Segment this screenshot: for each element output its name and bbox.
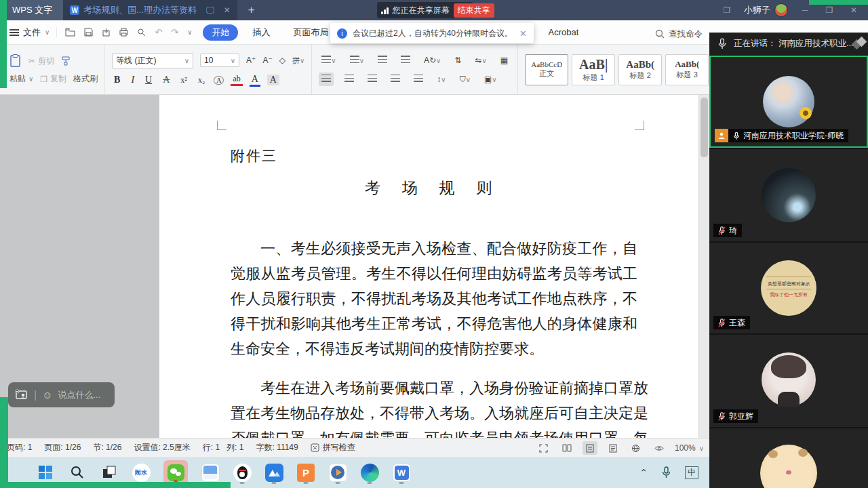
format-painter-icon[interactable] xyxy=(61,56,71,66)
tab-page-layout[interactable]: 页面布局 xyxy=(284,24,337,41)
grow-font-icon[interactable]: A⁺ xyxy=(246,56,256,65)
user-account[interactable]: 小狮子 xyxy=(744,3,788,17)
para-mark-icon[interactable]: ⇋∨ xyxy=(472,54,489,67)
decrease-indent-icon[interactable] xyxy=(375,54,390,67)
status-page[interactable]: 页面: 1/26 xyxy=(44,442,81,453)
share-window-icon[interactable] xyxy=(15,389,28,401)
superscript-button[interactable]: x² xyxy=(178,75,189,85)
find-command[interactable]: 查找命令 xyxy=(655,24,703,43)
italic-button[interactable]: I xyxy=(129,75,136,85)
participant-tile[interactable] xyxy=(709,427,868,488)
text-direction-icon[interactable]: A↻∨ xyxy=(421,54,443,67)
char-shading-button[interactable]: A xyxy=(267,75,279,85)
tab-close-icon[interactable]: ✕ xyxy=(224,5,231,15)
justify-icon[interactable] xyxy=(388,73,403,86)
clear-format-icon[interactable]: ◇ xyxy=(279,56,285,65)
tab-acrobat[interactable]: Acrobat xyxy=(539,25,587,39)
export-icon[interactable] xyxy=(102,28,111,37)
rain-app-button[interactable]: 闹水 xyxy=(131,460,151,485)
start-button[interactable] xyxy=(35,460,56,485)
document-scrollbar[interactable] xyxy=(698,95,709,438)
album-app-button[interactable] xyxy=(200,460,220,485)
save-icon[interactable] xyxy=(84,28,93,37)
paste-button[interactable]: 粘贴∨ xyxy=(9,73,33,85)
participant-tile[interactable]: 琦 xyxy=(709,148,868,241)
wps-app-tab[interactable]: WPS 文字 xyxy=(0,0,63,20)
status-setting[interactable]: 设置值: 2.5厘米 xyxy=(134,442,190,453)
participant-tile[interactable]: 真想慕那些有对象的人 我除了他一无所有 王森 xyxy=(709,241,868,333)
shading-icon[interactable]: ⛉∨ xyxy=(457,73,473,86)
phonetic-guide-icon[interactable]: 拼∨ xyxy=(292,56,304,66)
numbering-icon[interactable]: ∨ xyxy=(347,54,367,67)
chat-placeholder[interactable]: 说点什么... xyxy=(58,389,100,401)
document-page[interactable]: 附件三 考 场 规 则 一、考生必须接受无声入场检查、配合做好防疫工作，自 觉服… xyxy=(159,95,706,438)
zoom-level[interactable]: 100%∨ xyxy=(675,443,704,453)
ime-indicator[interactable]: 中 xyxy=(685,466,698,479)
font-name-select[interactable]: 等线 (正文)∨ xyxy=(112,53,193,68)
meeting-chat-bar[interactable]: | ☺ 说点什么... xyxy=(8,382,115,407)
close-button[interactable]: ✕ xyxy=(846,5,861,15)
p-file-app-button[interactable]: P xyxy=(296,460,316,485)
clipboard-icon[interactable] xyxy=(9,54,22,68)
subscript-button[interactable]: x₂ xyxy=(196,75,207,85)
align-left-icon[interactable] xyxy=(319,73,334,86)
tab-share-icon[interactable]: 🖵 xyxy=(206,5,214,15)
read-mode-icon[interactable] xyxy=(559,441,574,455)
edge-browser-button[interactable] xyxy=(359,460,380,485)
shrink-font-icon[interactable]: A⁻ xyxy=(262,56,272,65)
font-color-button[interactable]: A xyxy=(250,74,260,87)
borders-icon[interactable]: ▣∨ xyxy=(481,73,500,86)
print-icon[interactable] xyxy=(119,28,128,37)
open-icon[interactable] xyxy=(65,28,75,37)
qq-button[interactable] xyxy=(232,460,252,485)
tab-insert[interactable]: 插入 xyxy=(243,24,279,41)
style-heading2[interactable]: AaBb( 标题 2 xyxy=(618,54,662,85)
style-normal[interactable]: AaBbCcD 正文 xyxy=(525,54,568,85)
scrollbar-thumb[interactable] xyxy=(701,98,708,157)
tray-mic-icon[interactable] xyxy=(661,466,671,479)
underline-button[interactable]: U xyxy=(143,75,154,85)
toast-close-icon[interactable]: ✕ xyxy=(519,28,527,39)
file-menu[interactable]: 文件 ∨ xyxy=(0,26,56,39)
preview-icon[interactable] xyxy=(137,28,146,37)
fullscreen-view-icon[interactable] xyxy=(536,441,551,455)
format-painter-button[interactable]: 格式刷 xyxy=(73,73,98,85)
tray-expand-icon[interactable]: ⌃ xyxy=(639,467,648,478)
align-center-icon[interactable] xyxy=(342,73,357,86)
new-tab-button[interactable]: + xyxy=(237,3,266,17)
highlight-color-button[interactable]: ab xyxy=(231,74,242,86)
panel-corner-decoration[interactable] xyxy=(853,38,865,50)
eye-protect-icon[interactable] xyxy=(652,441,667,455)
emoji-icon[interactable]: ☺ xyxy=(42,389,52,401)
outline-view-icon[interactable] xyxy=(606,441,620,455)
split-view-icon[interactable]: ❒ xyxy=(719,5,734,15)
align-right-icon[interactable] xyxy=(365,73,380,86)
spell-check-button[interactable]: 拼写检查 xyxy=(311,442,355,453)
bold-button[interactable]: B xyxy=(112,75,122,85)
enclose-character-button[interactable]: A xyxy=(214,76,224,85)
strikethrough-button[interactable]: A xyxy=(161,75,172,85)
bullets-icon[interactable]: ∨ xyxy=(319,54,338,67)
undo-icon[interactable]: ↶ xyxy=(155,27,162,37)
media-player-button[interactable] xyxy=(328,460,348,485)
copy-button[interactable]: ❐ 复制 xyxy=(40,73,66,85)
font-size-select[interactable]: 10∨ xyxy=(200,54,239,67)
tab-home[interactable]: 开始 xyxy=(203,24,238,41)
increase-indent-icon[interactable] xyxy=(398,54,413,67)
participant-tile[interactable]: 河南应用技术职业学院-师晓 xyxy=(709,56,868,148)
status-word-count[interactable]: 字数: 11149 xyxy=(256,442,298,453)
style-heading3[interactable]: AaBb( 标题 3 xyxy=(665,54,709,85)
quick-access-more-icon[interactable]: ∨ xyxy=(187,28,192,36)
task-view-button[interactable] xyxy=(99,460,119,485)
search-button[interactable] xyxy=(67,460,87,485)
line-spacing-icon[interactable]: ↕∨ xyxy=(434,73,448,86)
restore-button[interactable]: ❐ xyxy=(822,5,837,15)
web-view-icon[interactable] xyxy=(629,441,644,455)
wps-writer-button[interactable]: W xyxy=(391,460,412,485)
style-heading1[interactable]: AaB| 标题 1 xyxy=(572,54,615,85)
status-section[interactable]: 节: 1/26 xyxy=(93,442,121,453)
sort-icon[interactable]: ⇅ xyxy=(452,54,464,67)
participant-tile[interactable]: 郭亚辉 xyxy=(709,333,868,427)
redo-icon[interactable]: ↷ xyxy=(171,27,178,37)
distribute-icon[interactable] xyxy=(411,73,426,86)
